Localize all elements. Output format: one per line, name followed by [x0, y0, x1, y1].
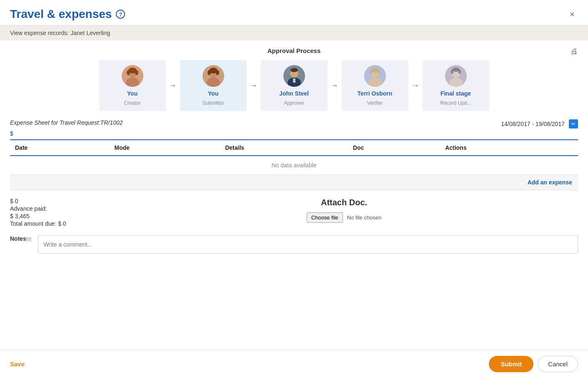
approval-section: Approval Process 🖨 You	[10, 47, 578, 111]
step-terri-role: Verifier	[367, 100, 383, 106]
approval-title: Approval Process	[10, 47, 578, 54]
summary-amount: $ 0	[10, 198, 93, 204]
svg-point-24	[371, 68, 379, 73]
currency-label: $	[10, 130, 578, 137]
print-icon[interactable]: 🖨	[570, 47, 578, 56]
avatar-you1	[122, 65, 143, 87]
svg-point-26	[378, 70, 380, 74]
cancel-button[interactable]: Cancel	[538, 356, 578, 372]
arrow-1: →	[166, 81, 180, 90]
summary-section: $ 0 Advance paid: $ 3,465 Total amount d…	[10, 198, 93, 228]
add-expense-bar: Add an expense	[10, 175, 578, 190]
expense-sheet-right: 14/08/2017 - 19/08/2017 ✏	[501, 119, 578, 129]
date-range: 14/08/2017 - 19/08/2017	[501, 121, 565, 127]
file-input-row: Choose file No file chosen	[110, 212, 578, 223]
summary-advance-value: $ 3,465	[10, 213, 93, 219]
step-you2-name: You	[208, 90, 218, 97]
bottom-section: $ 0 Advance paid: $ 3,465 Total amount d…	[10, 198, 578, 228]
expense-table: Date Mode Details Doc Actions No data av…	[10, 139, 578, 175]
notes-label: Notes	[10, 235, 26, 242]
avatar-john	[283, 65, 305, 87]
table-header: Date Mode Details Doc Actions	[10, 140, 578, 156]
comment-input[interactable]	[38, 235, 578, 254]
col-date: Date	[10, 140, 110, 156]
svg-point-32	[451, 70, 453, 74]
col-mode: Mode	[110, 140, 220, 156]
step-john-name: John Steel	[279, 90, 309, 97]
no-data-cell: No data available	[10, 156, 578, 175]
arrow-4: →	[408, 81, 423, 90]
step-john-role: Approver	[284, 100, 304, 106]
svg-point-5	[127, 70, 130, 75]
page-header: Travel & expenses ? ×	[0, 0, 588, 25]
approval-steps: You Creator → You	[10, 60, 578, 111]
summary-total-due: Total amount due: $ 0	[10, 220, 93, 227]
summary-advance-label: Advance paid:	[10, 205, 93, 212]
help-icon[interactable]: ?	[116, 10, 125, 19]
svg-rect-19	[293, 78, 295, 83]
attach-title: Attach Doc.	[110, 198, 578, 207]
expense-sheet-header: Expense Sheet for Travel Request:TR/1002…	[10, 119, 578, 129]
notes-section: Notes[0]	[10, 235, 578, 254]
edit-button[interactable]: ✏	[569, 119, 578, 129]
step-terri-name: Terri Osborn	[358, 90, 393, 97]
avatar-final	[445, 65, 467, 87]
attach-section: Attach Doc. Choose file No file chosen	[110, 198, 578, 228]
step-you1-role: Creator	[124, 100, 140, 106]
col-doc: Doc	[348, 140, 440, 156]
notes-count: [0]	[26, 237, 31, 242]
avatar-you2	[203, 65, 224, 87]
no-file-label: No file chosen	[347, 214, 381, 221]
step-submittor: You Submittor	[180, 60, 247, 111]
svg-point-25	[370, 70, 372, 74]
expense-sheet-label: Expense Sheet for Travel Request:TR/1002	[10, 119, 123, 126]
avatar-terri	[364, 65, 386, 87]
step-you1-name: You	[127, 90, 138, 97]
col-actions: Actions	[440, 140, 578, 156]
svg-point-6	[135, 70, 138, 75]
step-final: Final stage Record Upd...	[423, 60, 489, 111]
notes-label-wrapper: Notes[0]	[10, 235, 31, 242]
step-final-name: Final stage	[440, 90, 471, 97]
no-data-row: No data available	[10, 156, 578, 175]
page-title: Travel & expenses ?	[10, 8, 125, 21]
page-title-text: Travel & expenses	[10, 8, 112, 21]
choose-file-button[interactable]: Choose file	[307, 212, 343, 223]
footer-bar: Save Submit Cancel	[0, 350, 588, 378]
col-details: Details	[220, 140, 348, 156]
step-creator: You Creator	[99, 60, 166, 111]
svg-point-33	[458, 70, 461, 74]
svg-point-18	[290, 68, 298, 72]
expense-sheet-left: Expense Sheet for Travel Request:TR/1002	[10, 119, 123, 126]
step-approver: John Steel Approver	[261, 60, 328, 111]
step-final-role: Record Upd...	[440, 100, 471, 106]
add-expense-link[interactable]: Add an expense	[528, 179, 572, 186]
arrow-2: →	[247, 81, 261, 90]
breadcrumb: View expense records: Janet Leverling	[0, 25, 588, 40]
svg-point-12	[208, 70, 211, 75]
close-icon[interactable]: ×	[566, 8, 578, 21]
step-verifier: Terri Osborn Verifier	[342, 60, 408, 111]
submit-button[interactable]: Submit	[489, 356, 533, 372]
svg-point-13	[216, 70, 219, 75]
arrow-3: →	[328, 81, 342, 90]
footer-right: Submit Cancel	[489, 356, 578, 372]
main-content: Approval Process 🖨 You	[0, 40, 588, 260]
save-button[interactable]: Save	[10, 360, 25, 368]
step-you2-role: Submittor	[203, 100, 224, 106]
